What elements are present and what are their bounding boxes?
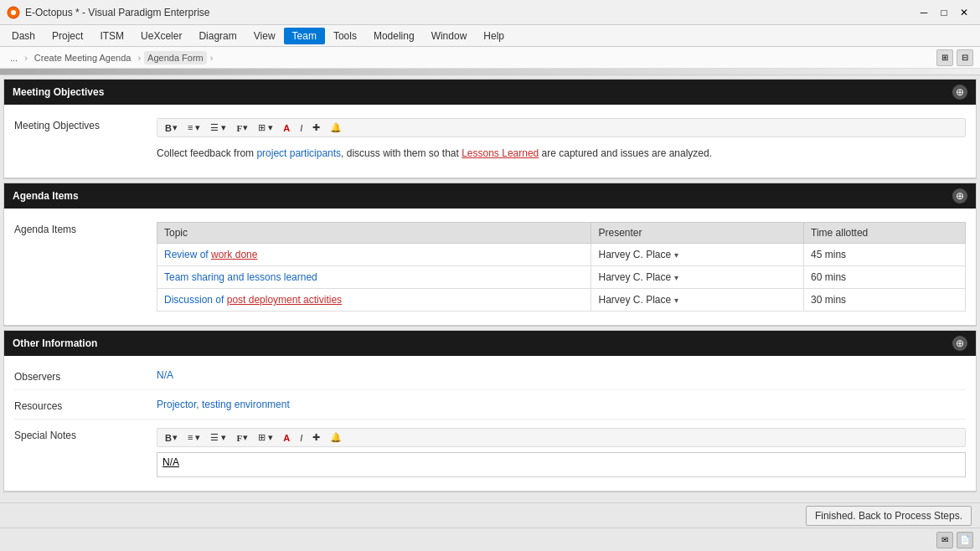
topic-2[interactable]: Team sharing and lessons learned xyxy=(157,266,591,289)
observers-na: N/A xyxy=(157,369,173,381)
toolbar-italic[interactable]: I xyxy=(296,121,307,135)
presenter-dropdown-1[interactable]: ▾ xyxy=(674,250,678,260)
resources-value: Projector, testing environment xyxy=(157,399,966,410)
toolbar-insert[interactable]: ✚ xyxy=(308,121,324,135)
meeting-objectives-content: Collect feedback from project participan… xyxy=(157,142,966,164)
resources-field-row: Resources Projector, testing environment xyxy=(14,394,966,420)
footer-bar: Finished. Back to Process Steps. xyxy=(0,502,980,528)
agenda-items-body: Agenda Items Topic Presenter Time allott… xyxy=(4,209,976,326)
presenter-1: Harvey C. Place ▾ xyxy=(591,244,804,266)
window-controls: ─ □ ✕ xyxy=(915,3,973,22)
sn-toolbar-table[interactable]: ⊞ ▾ xyxy=(254,430,277,445)
table-row: Review of work done Harvey C. Place ▾ 45… xyxy=(157,244,966,266)
highlight-lessons: Lessons Learned xyxy=(462,147,539,159)
agenda-items-collapse[interactable]: ⊕ xyxy=(952,188,967,203)
presenter-dropdown-2[interactable]: ▾ xyxy=(674,273,678,282)
menu-dash[interactable]: Dash xyxy=(3,28,44,44)
breadcrumb-bar: ... › Create Meeting Agenda › Agenda For… xyxy=(0,47,980,69)
meeting-objectives-collapse[interactable]: ⊕ xyxy=(952,85,967,100)
presenter-name-1: Harvey C. Place xyxy=(598,249,671,260)
meeting-objectives-body: Meeting Objectives B ▾ ≡ ▾ ☰ ▾ F ▾ ⊞ ▾ A… xyxy=(4,105,976,178)
agenda-items-label: Agenda Items xyxy=(14,222,157,235)
menu-project[interactable]: Project xyxy=(44,28,91,44)
topic-3[interactable]: Discussion of post deployment activities xyxy=(157,289,591,312)
breadcrumb-agenda-form[interactable]: Agenda Form xyxy=(144,51,207,64)
presenter-name-3: Harvey C. Place xyxy=(598,294,671,306)
topic-1[interactable]: Review of work done xyxy=(157,244,591,266)
observers-field-row: Observers N/A xyxy=(14,364,966,390)
breadcrumb-sep-3: › xyxy=(210,53,214,63)
content-area[interactable]: Meeting Objectives ⊕ Meeting Objectives … xyxy=(0,75,980,502)
menu-tools[interactable]: Tools xyxy=(325,28,365,44)
menu-itsm[interactable]: ITSM xyxy=(91,28,132,44)
special-notes-label: Special Notes xyxy=(14,428,157,441)
agenda-items-table-container: Topic Presenter Time allotted Review of … xyxy=(157,222,966,312)
status-doc-icon[interactable]: 📄 xyxy=(957,532,973,548)
menu-help[interactable]: Help xyxy=(475,28,513,44)
table-row: Team sharing and lessons learned Harvey … xyxy=(157,266,966,289)
presenter-dropdown-3[interactable]: ▾ xyxy=(674,296,678,305)
breadcrumb-right-icons: ⊞ ⊟ xyxy=(936,49,973,66)
time-1: 45 mins xyxy=(804,244,966,266)
sn-toolbar-list1[interactable]: ≡ ▾ xyxy=(183,430,204,445)
meeting-objectives-header: Meeting Objectives ⊕ xyxy=(4,80,976,105)
toolbar-bell[interactable]: 🔔 xyxy=(326,121,346,135)
topic-link-2[interactable]: Team sharing and lessons learned xyxy=(164,271,317,283)
minimize-button[interactable]: ─ xyxy=(915,3,933,22)
menu-uexceler[interactable]: UeXceler xyxy=(132,28,190,44)
breadcrumb-grid-icon[interactable]: ⊞ xyxy=(936,49,953,66)
highlight-project: project participants xyxy=(256,147,341,159)
special-notes-editor[interactable]: N/A xyxy=(157,452,966,477)
presenter-name-2: Harvey C. Place xyxy=(598,271,671,283)
col-presenter: Presenter xyxy=(591,223,804,244)
toolbar-font[interactable]: F ▾ xyxy=(233,121,253,135)
agenda-table-header-row: Topic Presenter Time allotted xyxy=(157,223,966,244)
sn-toolbar-italic[interactable]: I xyxy=(296,431,307,445)
resources-text[interactable]: Projector, testing environment xyxy=(157,399,290,410)
table-row: Discussion of post deployment activities… xyxy=(157,289,966,312)
resources-label: Resources xyxy=(14,399,157,412)
svg-point-1 xyxy=(11,10,16,15)
toolbar-list2[interactable]: ☰ ▾ xyxy=(206,121,230,135)
sn-toolbar-insert[interactable]: ✚ xyxy=(308,430,324,445)
special-notes-field-row: Special Notes B ▾ ≡ ▾ ☰ ▾ F ▾ ⊞ ▾ A I ✚ … xyxy=(14,423,966,482)
other-information-header: Other Information ⊕ xyxy=(4,331,976,356)
highlight-post-deployment: post deployment activities xyxy=(227,294,342,306)
meeting-objectives-toolbar: B ▾ ≡ ▾ ☰ ▾ F ▾ ⊞ ▾ A I ✚ 🔔 xyxy=(157,118,966,137)
close-button[interactable]: ✕ xyxy=(955,3,973,22)
toolbar-bold[interactable]: B ▾ xyxy=(161,121,182,135)
highlight-work-done: work done xyxy=(211,249,257,260)
other-information-body: Observers N/A Resources Projector, testi… xyxy=(4,356,976,492)
meeting-objectives-title: Meeting Objectives xyxy=(13,86,104,98)
menu-team[interactable]: Team xyxy=(284,28,325,44)
menu-view[interactable]: View xyxy=(245,28,284,44)
menu-modeling[interactable]: Modeling xyxy=(365,28,423,44)
sn-toolbar-bold[interactable]: B ▾ xyxy=(161,430,182,445)
toolbar-colorA[interactable]: A xyxy=(279,121,294,135)
sn-toolbar-bell[interactable]: 🔔 xyxy=(326,430,346,445)
maximize-button[interactable]: □ xyxy=(935,3,953,22)
other-information-title: Other Information xyxy=(13,337,97,349)
topic-link-1[interactable]: Review of work done xyxy=(164,249,257,260)
breadcrumb-sep-2: › xyxy=(137,53,141,63)
menu-diagram[interactable]: Diagram xyxy=(190,28,245,44)
topic-link-3[interactable]: Discussion of post deployment activities xyxy=(164,294,342,306)
other-information-collapse[interactable]: ⊕ xyxy=(952,336,967,351)
special-notes-value: B ▾ ≡ ▾ ☰ ▾ F ▾ ⊞ ▾ A I ✚ 🔔 N/A xyxy=(157,428,966,477)
sn-toolbar-colorA[interactable]: A xyxy=(279,431,294,445)
col-time: Time allotted xyxy=(804,223,966,244)
finished-button[interactable]: Finished. Back to Process Steps. xyxy=(806,506,972,526)
meeting-objectives-label: Meeting Objectives xyxy=(14,118,157,131)
sn-toolbar-font[interactable]: F ▾ xyxy=(233,430,253,445)
time-3: 30 mins xyxy=(804,289,966,312)
toolbar-table[interactable]: ⊞ ▾ xyxy=(254,121,277,135)
toolbar-list1[interactable]: ≡ ▾ xyxy=(183,121,204,135)
status-mail-icon[interactable]: ✉ xyxy=(936,532,953,548)
breadcrumb-panel-icon[interactable]: ⊟ xyxy=(957,49,973,66)
title-bar: E-Octopus * - Visual Paradigm Enterprise… xyxy=(0,0,980,25)
menu-window[interactable]: Window xyxy=(423,28,476,44)
presenter-2: Harvey C. Place ▾ xyxy=(591,266,804,289)
breadcrumb-create-meeting[interactable]: Create Meeting Agenda xyxy=(31,51,135,64)
breadcrumb-ellipsis[interactable]: ... xyxy=(7,51,21,64)
sn-toolbar-list2[interactable]: ☰ ▾ xyxy=(206,430,230,445)
